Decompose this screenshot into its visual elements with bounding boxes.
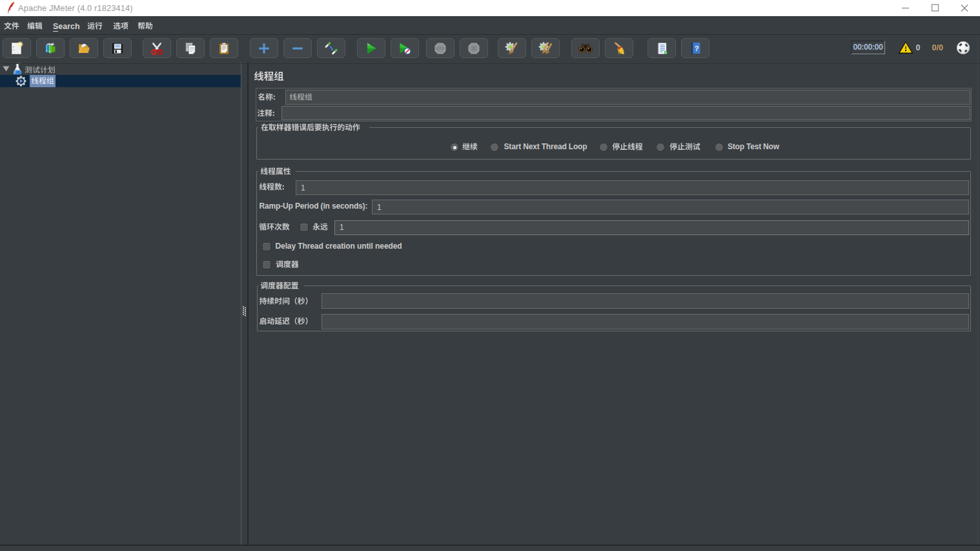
svg-text:STOP: STOP [436, 47, 445, 50]
svg-text:?: ? [695, 44, 699, 52]
